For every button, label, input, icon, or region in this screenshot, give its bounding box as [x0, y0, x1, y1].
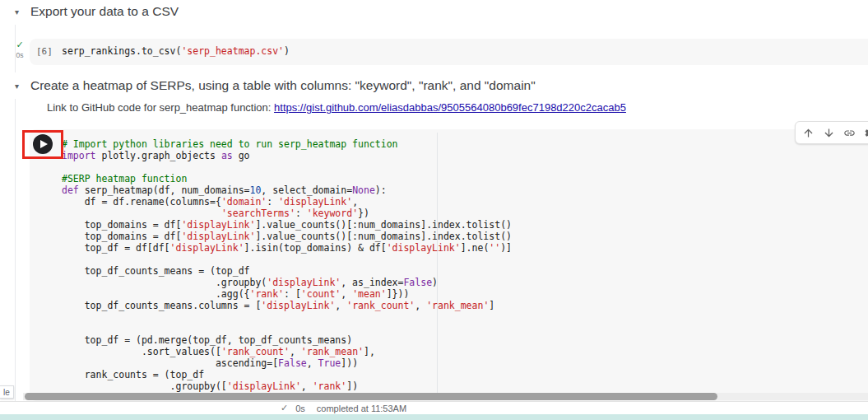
run-cell-button[interactable]	[33, 134, 53, 154]
section-title: Export your data to a CSV	[30, 4, 179, 19]
horizontal-scrollbar-thumb[interactable]	[25, 393, 717, 400]
success-check-icon: ✓	[11, 40, 29, 49]
execution-count: [6]	[36, 46, 53, 57]
clipped-side-panel-button[interactable]: le	[0, 385, 14, 399]
github-link-label: Link to GitHub code for serp_heatmap fun…	[47, 101, 274, 114]
bottom-strip	[0, 414, 868, 420]
section-header-heatmap[interactable]: ▾ Create a heatmap of SERPs, using a tab…	[15, 78, 536, 93]
cell-runtime: 0s	[11, 52, 29, 59]
execution-status-bar: ✓ 0s completed at 11:53AM	[0, 401, 868, 414]
footer-completed-text: completed at 11:53AM	[317, 404, 406, 413]
move-cell-up-button[interactable]	[801, 125, 815, 140]
link-icon	[843, 127, 856, 139]
play-icon	[40, 140, 48, 148]
code-editor[interactable]: serp_rankings.to_csv('serp_heatmap.csv')	[62, 45, 290, 57]
copy-link-to-cell-button[interactable]	[842, 125, 856, 140]
arrow-downward-icon	[823, 127, 835, 139]
cell-toolbar	[795, 121, 868, 144]
move-cell-down-button[interactable]	[821, 125, 836, 140]
code-cell-export-csv[interactable]: [6] serp_rankings.to_csv('serp_heatmap.c…	[30, 39, 868, 65]
github-link-line: Link to GitHub code for serp_heatmap fun…	[47, 101, 626, 114]
gear-icon	[864, 127, 868, 139]
collapse-arrow-icon[interactable]: ▾	[15, 82, 23, 91]
section-header-export-csv[interactable]: ▾ Export your data to a CSV	[15, 4, 179, 19]
footer-runtime: 0s	[295, 404, 305, 413]
cell-run-status: ✓ 0s	[11, 40, 29, 59]
colab-notebook-page: ▾ Export your data to a CSV ✓ 0s [6] ser…	[0, 0, 868, 420]
collapse-arrow-icon[interactable]: ▾	[15, 7, 23, 16]
code-cell-serp-heatmap[interactable]: # Import python libraries need to run se…	[30, 129, 868, 401]
horizontal-scrollbar-track[interactable]	[23, 393, 868, 400]
section-title: Create a heatmap of SERPs, using a table…	[30, 78, 536, 93]
cell-settings-button[interactable]	[862, 125, 868, 140]
github-gist-link[interactable]: https://gist.github.com/eliasdabbas/9505…	[274, 101, 626, 114]
footer-check-icon: ✓	[281, 403, 288, 413]
section-guide-line	[15, 99, 16, 402]
code-editor[interactable]: # Import python libraries need to run se…	[62, 138, 512, 392]
arrow-upward-icon	[802, 127, 815, 139]
